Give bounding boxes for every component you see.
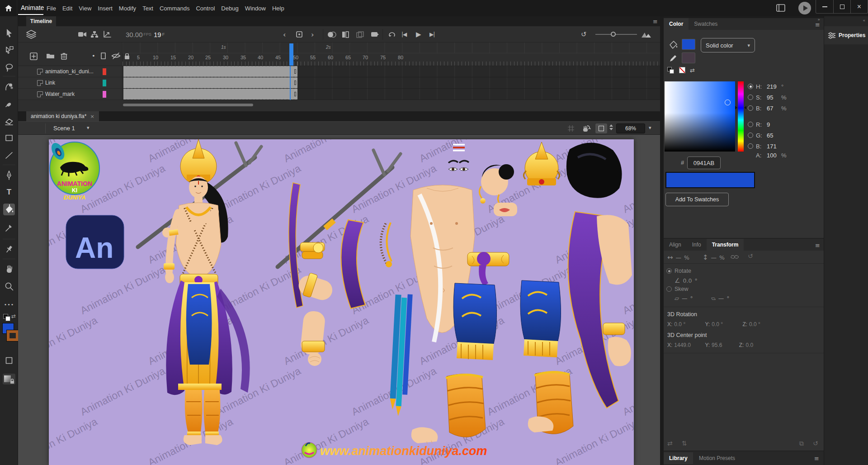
swap-colors-icon[interactable]: ⇄ xyxy=(690,67,695,74)
grid-snap-icon[interactable] xyxy=(567,125,575,132)
timeline-zoom-slider[interactable] xyxy=(595,34,637,35)
paint-bucket-tool[interactable] xyxy=(3,204,15,215)
fill-color-well[interactable] xyxy=(682,39,695,50)
tab-info[interactable]: Info xyxy=(687,239,707,251)
menu-file[interactable]: File xyxy=(43,5,59,12)
step-forward-button[interactable]: ▶| xyxy=(429,30,434,39)
rotation-3d-x[interactable]: 0.0 xyxy=(674,321,682,327)
menu-window[interactable]: Window xyxy=(242,5,269,12)
part-cuff[interactable] xyxy=(300,242,325,259)
collapse-left-icon[interactable]: « xyxy=(863,18,865,23)
line-tool[interactable] xyxy=(3,149,15,161)
part-garland[interactable] xyxy=(381,223,392,267)
part-hair-wig[interactable] xyxy=(566,142,622,198)
radio-s[interactable] xyxy=(748,95,753,100)
reset-scale-icon[interactable]: ↺ xyxy=(748,252,753,260)
stepper-up-icon[interactable] xyxy=(609,124,613,127)
reset-timeline-zoom-icon[interactable]: ↺ xyxy=(581,30,587,39)
part-scarf-teal[interactable] xyxy=(389,294,413,417)
saturation-brightness-picker[interactable] xyxy=(665,81,735,152)
eraser-tool[interactable] xyxy=(3,115,15,127)
tab-library[interactable]: Library xyxy=(664,452,693,464)
duplicate-selection-icon[interactable]: ⧉ xyxy=(799,440,804,447)
layer-name-cell[interactable]: animation_ki_duni... xyxy=(18,66,122,77)
document-tab[interactable]: animation ki duniya.fla* × xyxy=(26,111,99,121)
subselection-tool[interactable] xyxy=(3,44,15,56)
menu-control[interactable]: Control xyxy=(193,5,218,12)
menu-text[interactable]: Text xyxy=(139,5,156,12)
lock-fill-toggle[interactable] xyxy=(3,374,15,384)
fill-bucket-icon[interactable] xyxy=(668,40,678,49)
part-foot-1[interactable] xyxy=(411,427,438,444)
minimize-button[interactable] xyxy=(816,0,833,13)
radio-r[interactable] xyxy=(748,122,753,127)
timeline-ruler[interactable]: 1s 2s 5 10 15 20 25 30 35 40 45 50 55 60… xyxy=(122,43,660,66)
value-r[interactable]: 9 xyxy=(767,121,778,128)
new-layer-button[interactable] xyxy=(30,52,38,60)
rectangle-tool[interactable] xyxy=(3,132,15,144)
part-arm-sash-right[interactable] xyxy=(568,212,632,408)
layer-name-cell[interactable]: Link xyxy=(18,77,122,89)
menu-modify[interactable]: Modify xyxy=(116,5,139,12)
frame-graph-icon[interactable] xyxy=(103,30,111,39)
part-waistband[interactable] xyxy=(467,252,509,286)
add-to-swatches-button[interactable]: Add To Swatches xyxy=(665,193,729,206)
menu-debug[interactable]: Debug xyxy=(218,5,241,12)
layers-stack-icon[interactable] xyxy=(26,30,36,39)
close-button[interactable]: × xyxy=(850,0,868,13)
menu-edit[interactable]: Edit xyxy=(59,5,75,12)
value-h[interactable]: 219 xyxy=(767,83,778,90)
menu-insert[interactable]: Insert xyxy=(94,5,116,12)
timeline-menu-icon[interactable]: ≡ xyxy=(653,18,658,25)
hand-tool[interactable] xyxy=(3,263,15,275)
frame-span[interactable] xyxy=(123,66,297,77)
next-keyframe-button[interactable]: › xyxy=(311,30,314,39)
stroke-color-swatch[interactable] xyxy=(7,330,19,341)
asset-warp-tool[interactable] xyxy=(3,243,15,255)
menu-help[interactable]: Help xyxy=(269,5,288,12)
rotate-radio[interactable] xyxy=(666,268,672,274)
tab-align[interactable]: Align xyxy=(664,239,687,251)
rotate-option[interactable]: Rotate xyxy=(666,268,691,274)
zoom-level-input[interactable]: 68% xyxy=(616,123,645,133)
rotation-3d-z[interactable]: 0.0 xyxy=(749,321,757,327)
stroke-pencil-icon[interactable] xyxy=(669,54,677,62)
radio-b[interactable] xyxy=(748,105,753,111)
scene-name[interactable]: Scene 1 xyxy=(53,125,75,132)
value-s[interactable]: 95 xyxy=(767,94,778,101)
skew-option[interactable]: Skew xyxy=(666,286,689,292)
playhead[interactable] xyxy=(289,43,293,66)
menu-commands[interactable]: Commands xyxy=(156,5,193,12)
play-button[interactable]: ▶ xyxy=(416,30,421,39)
color-panel-menu-icon[interactable]: ≡ xyxy=(815,21,820,28)
properties-panel-button[interactable]: Properties xyxy=(824,26,868,44)
current-frame-field[interactable]: 19 F xyxy=(154,30,165,39)
eyedropper-tool[interactable] xyxy=(3,222,15,233)
skew-radio[interactable] xyxy=(666,286,672,292)
layer-frames[interactable] xyxy=(122,77,660,89)
tab-motion-presets[interactable]: Motion Presets xyxy=(693,452,741,464)
restore-button[interactable] xyxy=(833,0,850,13)
rotation-3d-y[interactable]: 0.0 xyxy=(712,321,719,327)
new-folder-button[interactable] xyxy=(46,52,55,59)
value-g[interactable]: 65 xyxy=(767,132,778,139)
show-parenting-dot-icon[interactable]: • xyxy=(92,52,95,59)
hide-layers-toggle[interactable] xyxy=(111,52,121,59)
scale-width-value[interactable]: — xyxy=(676,254,682,261)
part-dhoti-panel-1[interactable] xyxy=(453,283,496,360)
tab-transform[interactable]: Transform xyxy=(707,239,744,251)
part-crown[interactable] xyxy=(524,142,559,185)
app-tab[interactable]: Animate xyxy=(21,4,44,11)
classic-brush-tool[interactable] xyxy=(3,98,15,109)
slider-knob[interactable] xyxy=(611,32,616,37)
layer-name-cell[interactable]: Water_mark xyxy=(18,89,122,100)
scale-height-value[interactable]: — xyxy=(711,254,717,261)
tab-color[interactable]: Color xyxy=(664,18,689,30)
step-back-button[interactable]: |◀ xyxy=(401,30,406,39)
radio-g[interactable] xyxy=(748,133,753,138)
swap-colors-icon[interactable]: ⇄ xyxy=(11,313,16,319)
more-tools-button[interactable]: ••• xyxy=(3,299,15,310)
skew-fields[interactable]: ▱ — ° ▱ — ° xyxy=(675,295,730,302)
picker-cursor[interactable] xyxy=(725,100,731,105)
canvas-pasteboard[interactable]: Animation Ki DuniyaAnimation Ki DuniyaAn… xyxy=(18,135,660,465)
